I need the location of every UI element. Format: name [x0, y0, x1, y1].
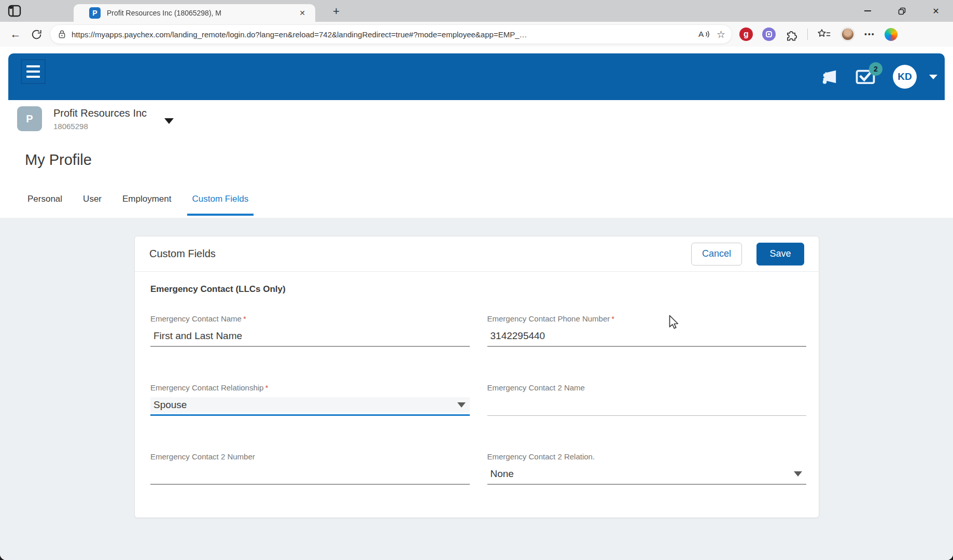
- field-emergency-contact-name: Emergency Contact Name* First and Last N…: [150, 314, 470, 347]
- messages-badge: 2: [869, 62, 882, 76]
- tab-title: Profit Resources Inc (18065298), M: [107, 9, 292, 17]
- company-selector[interactable]: P Profit Resources Inc 18065298: [0, 100, 953, 137]
- announcements-megaphone-icon[interactable]: [820, 68, 838, 85]
- field-emergency-contact-phone: Emergency Contact Phone Number* 31422954…: [487, 314, 807, 347]
- select-caret-icon[interactable]: [794, 471, 802, 477]
- favorite-star-icon[interactable]: ☆: [717, 29, 725, 40]
- field-label: Emergency Contact 2 Number: [150, 452, 255, 461]
- field-label: Emergency Contact Relationship: [150, 383, 263, 392]
- required-asterisk: *: [265, 383, 268, 392]
- tab-user[interactable]: User: [82, 187, 102, 218]
- tab-actions-menu-icon[interactable]: [6, 4, 23, 18]
- relation-select[interactable]: None: [487, 466, 807, 482]
- tab-strip: P Profit Resources Inc (18065298), M ✕ +…: [0, 0, 953, 22]
- field-value: None: [487, 468, 514, 480]
- paychex-favicon-icon: P: [89, 7, 101, 19]
- required-asterisk: *: [611, 314, 614, 323]
- page-title: My Profile: [25, 151, 92, 169]
- active-browser-tab[interactable]: P Profit Resources Inc (18065298), M ✕: [74, 4, 315, 22]
- browser-window: P Profit Resources Inc (18065298), M ✕ +…: [0, 0, 953, 560]
- field-label: Emergency Contact Phone Number: [487, 314, 610, 323]
- refresh-icon[interactable]: [26, 29, 47, 40]
- text-input[interactable]: First and Last Name: [150, 328, 470, 344]
- toolbar-divider: [807, 29, 808, 40]
- field-value: Spouse: [150, 399, 187, 411]
- fields-grid: Emergency Contact Name* First and Last N…: [150, 314, 806, 521]
- content-area: Custom Fields Cancel Save Emergency Cont…: [0, 218, 953, 560]
- window-controls: ✕: [850, 0, 953, 22]
- webpage: 2 KD P Profit Resources Inc 18065298 My …: [0, 47, 953, 560]
- window-close-icon[interactable]: ✕: [919, 0, 953, 22]
- field-emergency-contact-2-name: Emergency Contact 2 Name: [487, 383, 807, 416]
- field-value: First and Last Name: [150, 330, 242, 342]
- field-emergency-contact-2-relation: Emergency Contact 2 Relation. None: [487, 452, 807, 485]
- text-input[interactable]: 3142295440: [487, 328, 807, 344]
- required-asterisk: *: [243, 314, 246, 323]
- favorites-bar-icon[interactable]: [817, 29, 831, 40]
- profile-tabs: Personal User Employment Custom Fields: [27, 187, 953, 218]
- field-label: Emergency Contact 2 Relation.: [487, 452, 595, 461]
- tab-employment[interactable]: Employment: [122, 187, 172, 218]
- read-aloud-icon[interactable]: A: [698, 29, 710, 39]
- user-avatar[interactable]: KD: [893, 65, 917, 89]
- restore-icon[interactable]: [885, 0, 919, 22]
- text-input[interactable]: [487, 397, 807, 413]
- select-caret-icon[interactable]: [457, 402, 466, 408]
- back-icon[interactable]: ←: [5, 28, 26, 40]
- tab-close-icon[interactable]: ✕: [297, 8, 308, 18]
- company-caret-icon[interactable]: [164, 118, 174, 124]
- section-title: Emergency Contact (LLCs Only): [150, 284, 806, 295]
- purple-extension-icon[interactable]: [762, 27, 776, 41]
- extensions-area: g •••: [739, 27, 898, 41]
- company-logo: P: [17, 106, 42, 131]
- card-title: Custom Fields: [149, 248, 691, 260]
- minimize-icon[interactable]: [850, 0, 885, 22]
- save-button[interactable]: Save: [756, 243, 804, 265]
- field-emergency-contact-2-number: Emergency Contact 2 Number: [150, 452, 470, 485]
- messages-envelope-icon[interactable]: 2: [856, 68, 875, 85]
- user-menu-caret-icon[interactable]: [929, 75, 937, 79]
- url-text[interactable]: https://myapps.paychex.com/landing_remot…: [72, 30, 692, 39]
- field-label: Emergency Contact 2 Name: [487, 383, 585, 392]
- text-input[interactable]: [150, 466, 470, 482]
- company-number: 18065298: [53, 122, 147, 131]
- cancel-button[interactable]: Cancel: [691, 243, 742, 265]
- svg-text:A: A: [698, 30, 704, 38]
- browser-toolbar: ← https://myapps.paychex.com/landing_rem…: [0, 22, 953, 47]
- browser-profile-avatar[interactable]: [840, 27, 855, 41]
- url-bar[interactable]: https://myapps.paychex.com/landing_remot…: [50, 24, 732, 44]
- extensions-puzzle-icon[interactable]: [785, 28, 798, 41]
- tab-custom-fields[interactable]: Custom Fields: [192, 187, 249, 218]
- copilot-icon[interactable]: [885, 28, 898, 41]
- relationship-select[interactable]: Spouse: [150, 397, 470, 413]
- app-header: 2 KD: [8, 53, 945, 100]
- custom-fields-card: Custom Fields Cancel Save Emergency Cont…: [134, 236, 819, 518]
- lock-icon: [58, 29, 66, 39]
- company-name: Profit Resources Inc: [53, 107, 147, 119]
- new-tab-icon[interactable]: +: [329, 5, 344, 18]
- field-value: 3142295440: [487, 330, 545, 342]
- browser-menu-ellipsis-icon[interactable]: •••: [864, 30, 875, 38]
- field-label: Emergency Contact Name: [150, 314, 242, 323]
- grammarly-extension-icon[interactable]: g: [739, 27, 753, 41]
- mouse-cursor: [666, 314, 681, 330]
- tab-personal[interactable]: Personal: [27, 187, 63, 218]
- field-emergency-contact-relationship: Emergency Contact Relationship* Spouse: [150, 383, 470, 416]
- hamburger-menu-icon[interactable]: [21, 59, 46, 84]
